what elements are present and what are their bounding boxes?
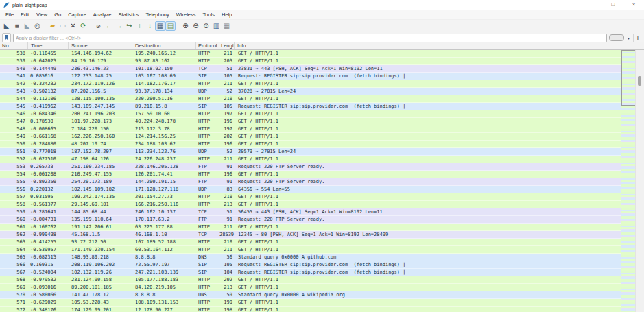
menu-analyze[interactable]: Analyze (90, 10, 115, 19)
packet-row[interactable]: 544-0.112106128.115.100.135220.200.51.16… (0, 95, 621, 103)
menu-telephony[interactable]: Telephony (143, 10, 173, 19)
minimize-button[interactable]: – (582, 0, 603, 10)
cell-time: -0.004731 (28, 216, 69, 223)
cell-dst: 46.168.1.10 (132, 231, 196, 238)
menu-capture[interactable]: Capture (64, 10, 90, 19)
packet-row[interactable]: 5470.178530101.97.228.17340.224.248.178H… (0, 118, 621, 125)
auto-scroll-icon[interactable]: ▦ (155, 21, 165, 31)
filter-expression-button[interactable] (609, 34, 624, 41)
close-file-icon[interactable]: ✕ (68, 21, 78, 31)
cell-no: 558 (0, 201, 28, 208)
cell-src: 191.142.206.61 (69, 224, 132, 230)
menu-file[interactable]: File (2, 10, 17, 19)
menu-statistics[interactable]: Statistics (115, 10, 143, 19)
capture-file-properties-icon[interactable]: ▦ (222, 21, 232, 31)
column-header-time[interactable]: Time (28, 42, 69, 49)
cell-time: 0.220132 (28, 186, 69, 193)
go-to-packet-icon[interactable]: ↪ (124, 21, 134, 31)
packet-row[interactable]: 5530.265733251.160.234.185228.146.205.12… (0, 163, 621, 171)
vertical-scrollbar[interactable] (635, 50, 644, 312)
reload-file-icon[interactable]: ⟳ (78, 21, 88, 31)
colorize-icon[interactable]: ▤ (165, 21, 176, 31)
packet-row[interactable]: 542-0.324232234.172.119.126114.182.176.1… (0, 80, 621, 88)
menu-help[interactable]: Help (218, 10, 235, 19)
cell-info: Request: REGISTER sip:sip.provider.com (… (235, 269, 621, 276)
packet-row[interactable]: 546-0.684346200.241.196.203157.59.10.60H… (0, 110, 621, 118)
stop-capture-icon[interactable]: ■ (12, 21, 22, 31)
capture-options-icon[interactable]: ◎ (32, 21, 43, 31)
packet-row[interactable]: 543-0.50213287.202.156.593.37.178.134UDP… (0, 88, 621, 95)
packet-row[interactable]: 561-0.160762191.142.206.6163.225.177.88H… (0, 224, 621, 231)
go-forward-icon[interactable]: → (114, 21, 124, 31)
packet-row[interactable]: 545-0.419962143.169.247.14589.216.15.8SI… (0, 103, 621, 110)
packet-row[interactable]: 565-0.682313148.93.89.2188.8.8.8DNS56Sta… (0, 254, 621, 261)
maximize-button[interactable]: □ (603, 0, 623, 10)
cell-no: 541 (0, 73, 28, 80)
display-filter-input[interactable] (13, 34, 607, 43)
column-header-source[interactable]: Source (69, 42, 132, 49)
packet-row[interactable]: 548-0.0086657.184.220.150213.112.3.78HTT… (0, 125, 621, 133)
packet-row[interactable]: 550-0.28488048.207.19.74234.188.103.62HT… (0, 141, 621, 148)
close-button[interactable]: × (623, 0, 644, 10)
packet-row[interactable]: 560-0.004731135.159.110.64170.117.63.2FT… (0, 216, 621, 224)
packet-row[interactable]: 5570.031595199.242.174.135201.154.27.73H… (0, 193, 621, 201)
menu-tools[interactable]: Tools (200, 10, 219, 19)
scrollbar-thumb[interactable] (638, 76, 641, 86)
column-header-length[interactable]: Length (219, 42, 235, 49)
cell-src: 47.198.64.126 (69, 156, 132, 163)
cell-proto: HTTP (196, 133, 219, 140)
column-header-no[interactable]: No. (0, 42, 28, 49)
packet-row[interactable]: 549-0.661168162.226.250.160124.214.156.2… (0, 133, 621, 141)
cell-info: GET / HTTP/1.1 (235, 224, 621, 230)
open-file-icon[interactable]: ▰ (47, 21, 58, 31)
go-back-icon[interactable]: ← (104, 21, 114, 31)
cell-len: 211 (219, 80, 235, 87)
chevron-down-icon[interactable]: ▾ (626, 36, 631, 40)
packet-row[interactable]: 5410.085616122.233.148.25103.167.108.69S… (0, 73, 621, 80)
cell-dst: 213.112.3.78 (132, 125, 196, 132)
packet-row[interactable]: 569-0.09301689.200.101.18584.120.219.105… (0, 284, 621, 291)
packet-row[interactable]: 558-0.56137729.145.69.101166.216.250.116… (0, 201, 621, 208)
menu-edit[interactable]: Edit (17, 10, 33, 19)
packet-row[interactable]: 540-0.144449236.43.146.23101.18.92.150TC… (0, 65, 621, 73)
packet-row[interactable]: 572-0.348176174.129.99.20112.178.90.227H… (0, 307, 621, 312)
zoom-in-icon[interactable]: ⊕ (180, 21, 191, 31)
packet-row[interactable]: 559-0.281641144.85.68.44246.162.10.137TC… (0, 208, 621, 216)
start-capture-icon[interactable]: ◣ (1, 21, 12, 31)
packet-row[interactable]: 567-0.524004102.132.119.26247.221.103.13… (0, 269, 621, 276)
packet-row[interactable]: 552-0.62751047.198.64.12624.226.248.237H… (0, 156, 621, 163)
packet-row[interactable]: 571-0.629029105.53.228.43108.109.131.153… (0, 299, 621, 307)
column-header-info[interactable]: Info (235, 42, 644, 49)
packet-row[interactable]: 5560.220132102.145.109.182171.128.127.11… (0, 186, 621, 193)
cell-info: GET / HTTP/1.1 (235, 95, 621, 102)
packet-row[interactable]: 5660.169315208.119.106.20272.55.97.197SI… (0, 261, 621, 269)
zoom-reset-icon[interactable]: ⊙ (201, 21, 211, 31)
packet-row[interactable]: 568-0.979532231.124.90.158105.177.188.18… (0, 276, 621, 284)
cell-src: 154.146.194.62 (69, 50, 132, 57)
packet-row[interactable]: 562-0.99949845.168.1.546.168.1.10TCP2853… (0, 231, 621, 239)
save-file-icon[interactable]: ▭ (58, 21, 68, 31)
add-filter-button[interactable]: + (633, 34, 642, 42)
packet-row[interactable]: 555-0.802350254.20.173.189144.200.191.15… (0, 178, 621, 186)
packet-row[interactable]: 539-0.64202384.19.16.17993.87.83.162HTTP… (0, 58, 621, 65)
cell-src: 45.168.1.5 (69, 231, 132, 238)
filter-bookmark-button[interactable] (2, 33, 11, 43)
packet-row[interactable]: 554-0.061208210.249.47.155126.201.74.41H… (0, 171, 621, 178)
menu-go[interactable]: Go (51, 10, 64, 19)
column-header-protocol[interactable]: Protocol (196, 42, 219, 49)
menu-wireless[interactable]: Wireless (173, 10, 200, 19)
packet-row[interactable]: 564-0.539957171.149.230.15460.53.164.112… (0, 246, 621, 254)
packet-row[interactable]: 563-0.41425593.72.212.50167.189.52.188HT… (0, 239, 621, 246)
go-to-bottom-icon[interactable]: ↓ (145, 21, 155, 31)
packet-row[interactable]: 538-0.116455154.146.194.62195.240.165.12… (0, 50, 621, 58)
packet-row[interactable]: 570-0.580066141.47.178.128.8.8.8DNS59Sta… (0, 291, 621, 299)
restart-capture-icon[interactable]: ◣ (22, 21, 32, 31)
zoom-out-icon[interactable]: ⊖ (191, 21, 201, 31)
column-header-destination[interactable]: Destination (132, 42, 196, 49)
menu-view[interactable]: View (33, 10, 51, 19)
find-packet-icon[interactable]: ⌀ (93, 21, 104, 31)
go-to-top-icon[interactable]: ↑ (134, 21, 145, 31)
resize-columns-icon[interactable]: ▥ (211, 21, 222, 31)
packet-minimap[interactable] (621, 50, 636, 312)
packet-row[interactable]: 551-0.777018187.152.78.207113.234.122.76… (0, 148, 621, 156)
